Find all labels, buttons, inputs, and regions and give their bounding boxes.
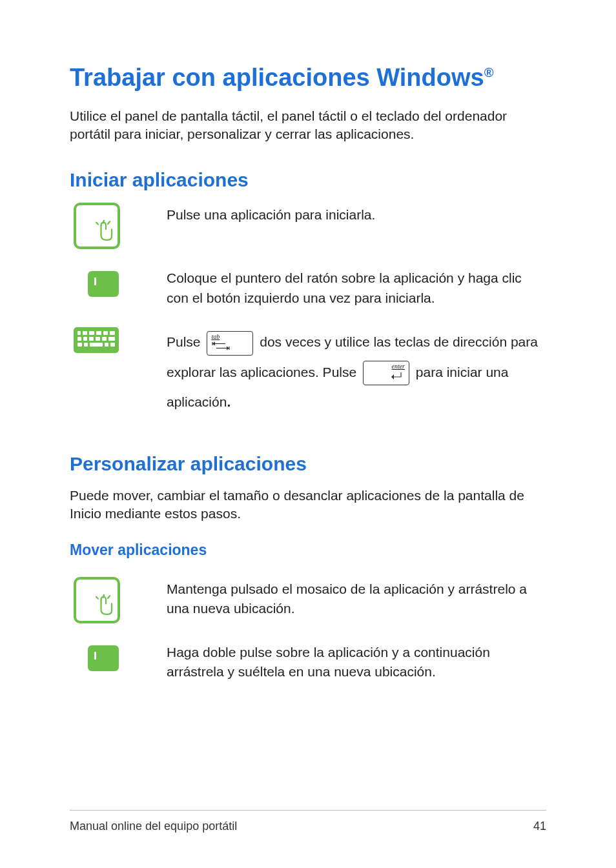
intro-paragraph: Utilice el panel de pantalla táctil, el … bbox=[70, 107, 546, 144]
launch-pad-text: Coloque el puntero del ratón sobre la ap… bbox=[167, 266, 546, 308]
footer-title: Manual online del equipo portátil bbox=[70, 820, 237, 833]
page-footer: Manual online del equipo portátil 41 bbox=[70, 810, 546, 833]
keyboard-icon bbox=[74, 327, 119, 353]
section-customize-heading: Personalizar aplicaciones bbox=[70, 453, 546, 475]
page-heading: Trabajar con aplicaciones Windows® bbox=[70, 65, 546, 92]
customize-intro: Puede mover, cambiar el tamaño o desancl… bbox=[70, 487, 546, 523]
launch-pad-row: Coloque el puntero del ratón sobre la ap… bbox=[70, 266, 546, 308]
page-number: 41 bbox=[533, 820, 546, 833]
registered-mark: ® bbox=[484, 65, 494, 79]
move-pad-row: Haga doble pulse sobre la aplicación y a… bbox=[70, 640, 546, 682]
touchpad-icon bbox=[88, 645, 119, 671]
launch-touch-text: Pulse una aplicación para iniciarla. bbox=[167, 203, 546, 225]
tab-key-icon: tab bbox=[207, 331, 253, 356]
heading-text: Trabajar con aplicaciones Windows bbox=[70, 64, 484, 91]
launch-touch-row: Pulse una aplicación para iniciarla. bbox=[70, 203, 546, 249]
move-pad-text: Haga doble pulse sobre la aplicación y a… bbox=[167, 640, 546, 682]
section-launch-heading: Iniciar aplicaciones bbox=[70, 169, 546, 191]
touchscreen-icon bbox=[74, 203, 120, 249]
touchpad-icon bbox=[88, 271, 119, 297]
kbd-pre: Pulse bbox=[167, 334, 204, 349]
tab-key-label: tab bbox=[211, 334, 220, 340]
launch-keyboard-text: Pulse tab dos veces y utilice las teclas… bbox=[167, 325, 546, 417]
kbd-period: . bbox=[227, 394, 231, 409]
move-touch-text: Mantenga pulsado el mosaico de la aplica… bbox=[167, 577, 546, 619]
enter-key-icon: enter bbox=[363, 361, 409, 385]
enter-key-label: enter bbox=[391, 363, 405, 370]
launch-keyboard-row: Pulse tab dos veces y utilice las teclas… bbox=[70, 325, 546, 417]
touchscreen-icon bbox=[74, 577, 120, 623]
subsection-move-heading: Mover aplicaciones bbox=[70, 541, 546, 559]
move-touch-row: Mantenga pulsado el mosaico de la aplica… bbox=[70, 577, 546, 623]
